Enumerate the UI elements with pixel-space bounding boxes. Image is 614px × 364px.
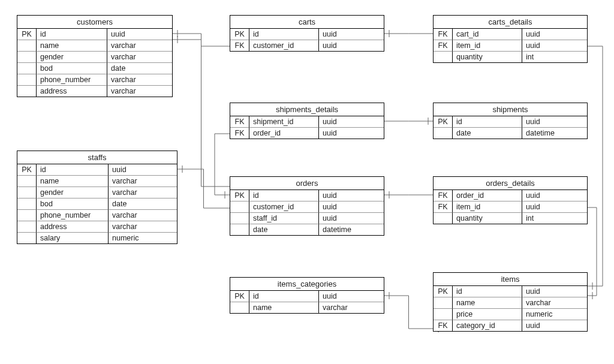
entity-body: FKorder_iduuidFKitem_iduuidquantityint <box>434 190 587 224</box>
column-name: phone_number <box>37 209 109 221</box>
column-name: price <box>453 308 522 320</box>
column-key-indicator <box>17 221 37 232</box>
column-type: int <box>522 51 587 62</box>
column-type: uuid <box>319 190 384 201</box>
column-type: varchar <box>107 40 172 51</box>
column-key-indicator <box>434 308 453 320</box>
column-key-indicator <box>230 302 249 313</box>
relationship-line <box>173 34 230 46</box>
column-type: uuid <box>522 190 587 201</box>
column-name: name <box>37 40 107 51</box>
column-name: quantity <box>453 212 522 224</box>
column-name: gender <box>37 51 107 62</box>
column-type: uuid <box>319 212 384 224</box>
column-type: date <box>107 62 172 74</box>
column-type: uuid <box>522 201 587 212</box>
column-name: bod <box>37 62 107 74</box>
column-name: customer_id <box>249 201 319 212</box>
column-key-indicator <box>17 62 37 74</box>
column-key-indicator <box>434 297 453 308</box>
column-key-indicator: FK <box>434 201 453 212</box>
column-name: name <box>249 302 319 313</box>
column-type: uuid <box>107 29 172 40</box>
column-type: varchar <box>107 74 172 85</box>
entity-body: PKiduuidnamevarchargendervarcharboddatep… <box>17 29 172 97</box>
entity-title: customers <box>17 16 172 29</box>
relationship-line <box>215 134 230 195</box>
column-type: varchar <box>319 302 384 313</box>
column-key-indicator: PK <box>230 291 249 302</box>
column-name: name <box>37 175 109 186</box>
entity-title: shipments <box>434 103 587 116</box>
column-name: item_id <box>453 201 522 212</box>
entity-body: FKcart_iduuidFKitem_iduuidquantityint <box>434 29 587 62</box>
column-name: id <box>453 116 522 127</box>
entity-body: FKshipment_iduuidFKorder_iduuid <box>230 116 384 139</box>
column-key-indicator: FK <box>230 40 249 51</box>
column-name: item_id <box>453 40 522 51</box>
column-key-indicator <box>434 212 453 224</box>
column-type: uuid <box>319 201 384 212</box>
entity-shipments: shipmentsPKiduuiddatedatetime <box>433 103 588 139</box>
column-name: quantity <box>453 51 522 62</box>
entity-carts: cartsPKiduuidFKcustomer_iduuid <box>230 15 384 52</box>
relationship-line <box>177 169 230 208</box>
column-name: date <box>453 127 522 139</box>
column-key-indicator <box>230 224 249 235</box>
column-name: order_id <box>453 190 522 201</box>
column-key-indicator <box>17 198 37 209</box>
entity-orders: ordersPKiduuidcustomer_iduuidstaff_iduui… <box>230 176 384 236</box>
column-name: shipment_id <box>249 116 319 127</box>
column-name: phone_number <box>37 74 107 85</box>
column-name: date <box>249 224 319 235</box>
column-type: varchar <box>107 51 172 62</box>
column-type: uuid <box>522 40 587 51</box>
column-name: id <box>249 190 319 201</box>
column-key-indicator <box>434 127 453 139</box>
column-name: id <box>249 291 319 302</box>
column-name: cart_id <box>453 29 522 40</box>
entity-items: itemsPKiduuidnamevarcharpricenumericFKca… <box>433 272 588 332</box>
column-type: uuid <box>109 164 177 175</box>
column-key-indicator <box>17 175 37 186</box>
column-key-indicator <box>230 201 249 212</box>
column-name: salary <box>37 232 109 243</box>
column-type: uuid <box>319 40 384 51</box>
column-type: uuid <box>319 29 384 40</box>
entity-title: orders <box>230 177 384 190</box>
column-name: id <box>249 29 319 40</box>
entity-title: items <box>434 273 587 286</box>
column-type: datetime <box>522 127 587 139</box>
column-type: uuid <box>522 286 587 297</box>
column-type: numeric <box>522 308 587 320</box>
column-type: uuid <box>522 116 587 127</box>
entity-staffs: staffsPKiduuidnamevarchargendervarcharbo… <box>17 151 177 244</box>
entity-carts_details: carts_detailsFKcart_iduuidFKitem_iduuidq… <box>433 15 588 63</box>
column-key-indicator <box>434 51 453 62</box>
column-name: gender <box>37 186 109 198</box>
column-name: customer_id <box>249 40 319 51</box>
column-type: uuid <box>319 127 384 139</box>
column-key-indicator <box>230 212 249 224</box>
column-type: uuid <box>522 29 587 40</box>
column-key-indicator: PK <box>434 116 453 127</box>
column-type: varchar <box>109 175 177 186</box>
column-key-indicator <box>17 186 37 198</box>
column-key-indicator: PK <box>17 164 37 175</box>
column-key-indicator <box>17 74 37 85</box>
entity-body: PKiduuidFKcustomer_iduuid <box>230 29 384 51</box>
column-name: address <box>37 85 107 97</box>
column-name: id <box>37 164 109 175</box>
column-type: varchar <box>109 209 177 221</box>
entity-body: PKiduuidnamevarchargendervarcharboddatep… <box>17 164 177 243</box>
column-key-indicator: FK <box>230 127 249 139</box>
entity-items_categories: items_categoriesPKiduuidnamevarchar <box>230 277 384 314</box>
column-name: order_id <box>249 127 319 139</box>
column-name: id <box>37 29 107 40</box>
entity-shipments_details: shipments_detailsFKshipment_iduuidFKorde… <box>230 103 384 139</box>
column-type: uuid <box>319 291 384 302</box>
column-key-indicator <box>17 40 37 51</box>
column-name: staff_id <box>249 212 319 224</box>
column-type: uuid <box>522 320 587 331</box>
column-key-indicator <box>17 85 37 97</box>
